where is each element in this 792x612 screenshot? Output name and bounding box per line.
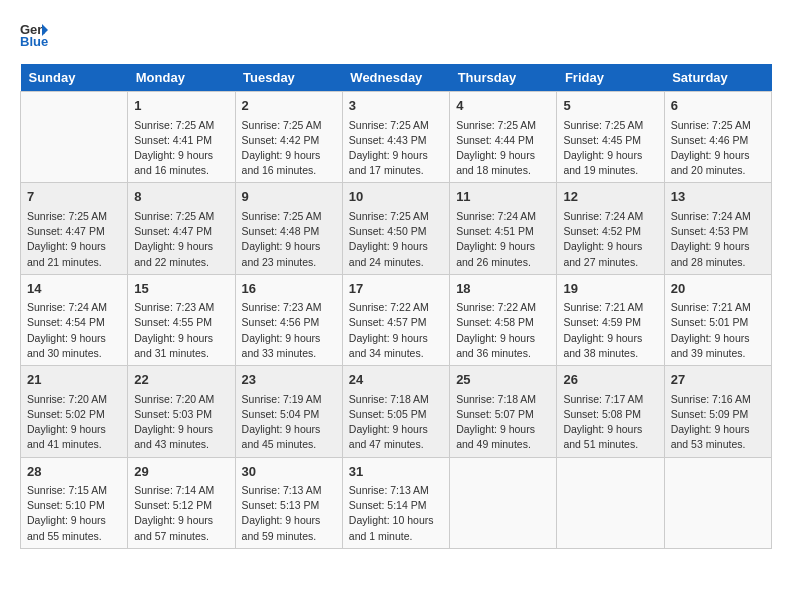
day-cell: 31Sunrise: 7:13 AM Sunset: 5:14 PM Dayli… [342,457,449,548]
day-detail: Sunrise: 7:25 AM Sunset: 4:50 PM Dayligh… [349,209,443,270]
day-detail: Sunrise: 7:24 AM Sunset: 4:51 PM Dayligh… [456,209,550,270]
day-detail: Sunrise: 7:20 AM Sunset: 5:03 PM Dayligh… [134,392,228,453]
day-cell [21,92,128,183]
day-number: 2 [242,96,336,116]
day-number: 17 [349,279,443,299]
day-detail: Sunrise: 7:23 AM Sunset: 4:55 PM Dayligh… [134,300,228,361]
day-detail: Sunrise: 7:22 AM Sunset: 4:57 PM Dayligh… [349,300,443,361]
day-detail: Sunrise: 7:22 AM Sunset: 4:58 PM Dayligh… [456,300,550,361]
day-cell: 16Sunrise: 7:23 AM Sunset: 4:56 PM Dayli… [235,274,342,365]
column-header-tuesday: Tuesday [235,64,342,92]
day-detail: Sunrise: 7:17 AM Sunset: 5:08 PM Dayligh… [563,392,657,453]
day-detail: Sunrise: 7:24 AM Sunset: 4:54 PM Dayligh… [27,300,121,361]
day-number: 5 [563,96,657,116]
day-number: 28 [27,462,121,482]
day-detail: Sunrise: 7:25 AM Sunset: 4:44 PM Dayligh… [456,118,550,179]
day-cell: 17Sunrise: 7:22 AM Sunset: 4:57 PM Dayli… [342,274,449,365]
day-detail: Sunrise: 7:15 AM Sunset: 5:10 PM Dayligh… [27,483,121,544]
day-cell: 20Sunrise: 7:21 AM Sunset: 5:01 PM Dayli… [664,274,771,365]
generalblue-icon: Gen Blue [20,20,48,48]
day-detail: Sunrise: 7:13 AM Sunset: 5:14 PM Dayligh… [349,483,443,544]
day-number: 12 [563,187,657,207]
day-number: 1 [134,96,228,116]
day-number: 18 [456,279,550,299]
day-detail: Sunrise: 7:24 AM Sunset: 4:53 PM Dayligh… [671,209,765,270]
day-detail: Sunrise: 7:14 AM Sunset: 5:12 PM Dayligh… [134,483,228,544]
day-detail: Sunrise: 7:23 AM Sunset: 4:56 PM Dayligh… [242,300,336,361]
day-detail: Sunrise: 7:24 AM Sunset: 4:52 PM Dayligh… [563,209,657,270]
day-number: 19 [563,279,657,299]
day-detail: Sunrise: 7:25 AM Sunset: 4:46 PM Dayligh… [671,118,765,179]
day-number: 25 [456,370,550,390]
column-header-sunday: Sunday [21,64,128,92]
day-detail: Sunrise: 7:25 AM Sunset: 4:48 PM Dayligh… [242,209,336,270]
week-row-4: 21Sunrise: 7:20 AM Sunset: 5:02 PM Dayli… [21,366,772,457]
day-cell [450,457,557,548]
day-detail: Sunrise: 7:25 AM Sunset: 4:47 PM Dayligh… [134,209,228,270]
week-row-2: 7Sunrise: 7:25 AM Sunset: 4:47 PM Daylig… [21,183,772,274]
day-number: 29 [134,462,228,482]
day-number: 21 [27,370,121,390]
day-cell [557,457,664,548]
day-detail: Sunrise: 7:16 AM Sunset: 5:09 PM Dayligh… [671,392,765,453]
day-detail: Sunrise: 7:19 AM Sunset: 5:04 PM Dayligh… [242,392,336,453]
day-detail: Sunrise: 7:25 AM Sunset: 4:43 PM Dayligh… [349,118,443,179]
day-cell: 6Sunrise: 7:25 AM Sunset: 4:46 PM Daylig… [664,92,771,183]
day-cell: 7Sunrise: 7:25 AM Sunset: 4:47 PM Daylig… [21,183,128,274]
day-cell: 9Sunrise: 7:25 AM Sunset: 4:48 PM Daylig… [235,183,342,274]
day-number: 7 [27,187,121,207]
header: Gen Blue [20,20,772,48]
day-number: 14 [27,279,121,299]
calendar-table: SundayMondayTuesdayWednesdayThursdayFrid… [20,64,772,549]
day-cell: 25Sunrise: 7:18 AM Sunset: 5:07 PM Dayli… [450,366,557,457]
day-cell: 13Sunrise: 7:24 AM Sunset: 4:53 PM Dayli… [664,183,771,274]
day-cell: 27Sunrise: 7:16 AM Sunset: 5:09 PM Dayli… [664,366,771,457]
day-detail: Sunrise: 7:21 AM Sunset: 5:01 PM Dayligh… [671,300,765,361]
day-detail: Sunrise: 7:25 AM Sunset: 4:45 PM Dayligh… [563,118,657,179]
day-cell: 30Sunrise: 7:13 AM Sunset: 5:13 PM Dayli… [235,457,342,548]
day-number: 16 [242,279,336,299]
day-detail: Sunrise: 7:25 AM Sunset: 4:42 PM Dayligh… [242,118,336,179]
svg-text:Blue: Blue [20,34,48,48]
week-row-1: 1Sunrise: 7:25 AM Sunset: 4:41 PM Daylig… [21,92,772,183]
day-cell: 5Sunrise: 7:25 AM Sunset: 4:45 PM Daylig… [557,92,664,183]
column-header-saturday: Saturday [664,64,771,92]
day-detail: Sunrise: 7:20 AM Sunset: 5:02 PM Dayligh… [27,392,121,453]
day-cell: 18Sunrise: 7:22 AM Sunset: 4:58 PM Dayli… [450,274,557,365]
day-detail: Sunrise: 7:25 AM Sunset: 4:41 PM Dayligh… [134,118,228,179]
day-number: 30 [242,462,336,482]
day-detail: Sunrise: 7:21 AM Sunset: 4:59 PM Dayligh… [563,300,657,361]
day-number: 4 [456,96,550,116]
day-cell: 21Sunrise: 7:20 AM Sunset: 5:02 PM Dayli… [21,366,128,457]
day-number: 22 [134,370,228,390]
day-cell: 4Sunrise: 7:25 AM Sunset: 4:44 PM Daylig… [450,92,557,183]
day-cell: 22Sunrise: 7:20 AM Sunset: 5:03 PM Dayli… [128,366,235,457]
day-number: 23 [242,370,336,390]
day-number: 9 [242,187,336,207]
day-number: 6 [671,96,765,116]
day-cell: 8Sunrise: 7:25 AM Sunset: 4:47 PM Daylig… [128,183,235,274]
day-number: 27 [671,370,765,390]
day-number: 3 [349,96,443,116]
day-cell: 2Sunrise: 7:25 AM Sunset: 4:42 PM Daylig… [235,92,342,183]
day-number: 26 [563,370,657,390]
day-cell: 1Sunrise: 7:25 AM Sunset: 4:41 PM Daylig… [128,92,235,183]
day-detail: Sunrise: 7:18 AM Sunset: 5:07 PM Dayligh… [456,392,550,453]
day-number: 11 [456,187,550,207]
day-number: 10 [349,187,443,207]
day-cell: 24Sunrise: 7:18 AM Sunset: 5:05 PM Dayli… [342,366,449,457]
day-cell: 29Sunrise: 7:14 AM Sunset: 5:12 PM Dayli… [128,457,235,548]
week-row-5: 28Sunrise: 7:15 AM Sunset: 5:10 PM Dayli… [21,457,772,548]
day-cell: 19Sunrise: 7:21 AM Sunset: 4:59 PM Dayli… [557,274,664,365]
day-number: 13 [671,187,765,207]
day-number: 20 [671,279,765,299]
day-cell: 3Sunrise: 7:25 AM Sunset: 4:43 PM Daylig… [342,92,449,183]
logo: Gen Blue [20,20,52,48]
day-detail: Sunrise: 7:25 AM Sunset: 4:47 PM Dayligh… [27,209,121,270]
day-detail: Sunrise: 7:13 AM Sunset: 5:13 PM Dayligh… [242,483,336,544]
column-header-friday: Friday [557,64,664,92]
day-number: 15 [134,279,228,299]
day-cell: 15Sunrise: 7:23 AM Sunset: 4:55 PM Dayli… [128,274,235,365]
day-cell: 12Sunrise: 7:24 AM Sunset: 4:52 PM Dayli… [557,183,664,274]
day-number: 31 [349,462,443,482]
